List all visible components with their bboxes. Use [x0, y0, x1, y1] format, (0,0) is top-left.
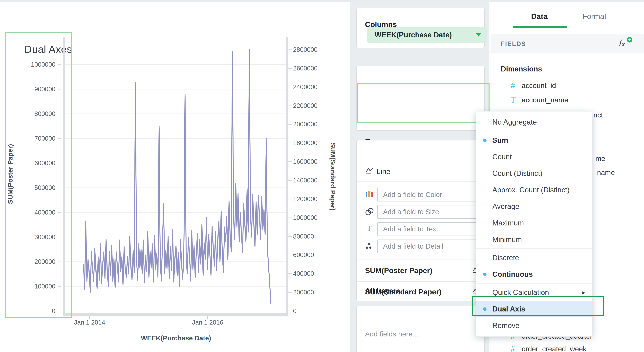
field-row-account_id[interactable]: #account_id	[491, 80, 644, 90]
x-axis-tick-label: Jan 1 2014	[74, 319, 105, 326]
fx-icon: fx	[618, 38, 624, 48]
right-axis-tick-label: 2600000	[293, 64, 318, 72]
selected-dot-icon	[483, 138, 486, 142]
tick-mark	[288, 218, 292, 218]
submenu-arrow-icon: ▶	[582, 290, 585, 295]
menu-item-label: Minimum	[492, 236, 522, 244]
tick-mark	[288, 180, 292, 181]
tick-mark	[89, 316, 90, 320]
tick-mark	[288, 50, 292, 50]
x-axis-tick-label: Jan 1 2016	[192, 319, 223, 326]
plus-icon: +	[627, 37, 632, 42]
drop-zone-size[interactable]: Add a field to Size	[378, 205, 483, 219]
window-top-strip	[0, 0, 644, 2]
field-name: account_name	[522, 96, 568, 104]
right-axis-tick-label: 1600000	[293, 158, 318, 166]
tab-data[interactable]: Data	[531, 12, 548, 21]
number-type-icon: #	[511, 81, 515, 90]
field-row-account_name[interactable]: Taccount_name	[491, 95, 644, 105]
shelf-panel: Columns WEEK(Purchase Date) Rows SUM(Pos…	[350, 0, 491, 352]
drop-zone-detail[interactable]: Add a field to Detail	[378, 240, 483, 253]
menu-item-label: Average	[492, 202, 519, 210]
right-axis-tick-label: 1800000	[293, 139, 318, 147]
detail-icon	[365, 242, 372, 250]
tick-mark	[288, 274, 292, 274]
right-axis-tick-label: 2200000	[293, 102, 318, 110]
menu-separator	[476, 131, 592, 131]
right-axis-tick-label: 1200000	[293, 195, 318, 203]
field-name: account_id	[522, 82, 556, 90]
columns-card: Columns WEEK(Purchase Date)	[356, 8, 484, 48]
right-axis-tick-label: 1000000	[293, 214, 318, 222]
measure-row-sum-standard-paper[interactable]: SUM(Standard Paper)	[365, 288, 442, 296]
occluded-field-fragment: name	[597, 168, 615, 177]
menu-item-label: Continuous	[492, 270, 533, 278]
drop-zone-placeholder: Add a field to Color	[383, 191, 442, 199]
color-icon	[365, 191, 373, 199]
left-axis-annotation-box	[5, 32, 72, 318]
occluded-field-fragment: nct	[594, 111, 603, 119]
menu-item-label: Maximum	[492, 219, 524, 227]
measure-row-sum-poster-paper[interactable]: SUM(Poster Paper)	[365, 266, 432, 275]
dimensions-header: Dimensions	[501, 65, 542, 73]
series-SUM(Standard Paper)	[84, 50, 271, 304]
field-row-order_created_week[interactable]: #order_created_week	[491, 344, 644, 352]
right-axis-tick-label: 1400000	[293, 176, 318, 184]
tick-mark	[208, 316, 208, 320]
menu-item-sum[interactable]: Sum	[476, 132, 592, 148]
rows-annotation-box	[357, 83, 490, 123]
number-type-icon: #	[511, 344, 515, 352]
drop-zone-placeholder: Add a field to Text	[383, 225, 438, 233]
mark-type-line[interactable]: Line	[376, 168, 390, 176]
drop-zone-color[interactable]: Add a field to Color	[378, 188, 483, 202]
selected-dot-icon	[483, 272, 486, 276]
tick-mark	[288, 236, 292, 237]
line-chart-icon	[365, 167, 374, 176]
menu-item-remove[interactable]: Remove	[476, 317, 592, 334]
menu-item-label: Sum	[492, 136, 508, 144]
menu-item-label: Discrete	[492, 254, 519, 262]
menu-item-discrete[interactable]: Discrete	[476, 250, 592, 266]
menu-separator	[476, 248, 592, 249]
tab-format[interactable]: Format	[582, 12, 606, 21]
tick-mark	[288, 143, 292, 143]
menu-item-label: No Aggregate	[492, 118, 537, 126]
all-layers-card: All Layers Line Add a field to ColorAdd …	[356, 140, 484, 301]
menu-item-no-aggregate[interactable]: No Aggregate	[476, 114, 592, 130]
menu-item-minimum[interactable]: Minimum	[476, 231, 592, 248]
active-tab-underline	[513, 26, 567, 28]
menu-item-count-distinct-[interactable]: Count (Distinct)	[476, 165, 592, 182]
drop-zone-text[interactable]: Add a field to Text	[378, 222, 483, 236]
filters-drop-zone[interactable]: Add fields here...	[365, 330, 418, 338]
menu-item-maximum[interactable]: Maximum	[476, 215, 592, 231]
right-axis-tick-label: 600000	[293, 251, 314, 259]
svg-text:T: T	[367, 225, 372, 232]
text-icon: T	[365, 225, 373, 233]
chart-canvas: Dual Axes SUM(Poster Paper) SUM(Standard…	[0, 0, 350, 352]
add-calculated-field-button[interactable]: fx +	[618, 38, 632, 50]
right-axis-tick-label: 2000000	[293, 120, 318, 128]
right-axis-title: SUM(Standard Paper)	[329, 142, 336, 210]
chevron-down-icon[interactable]	[476, 34, 481, 36]
right-axis-tick-label: 0	[293, 307, 296, 315]
right-axis-tick-label: 2800000	[293, 46, 318, 54]
menu-item-count[interactable]: Count	[476, 148, 592, 165]
menu-item-average[interactable]: Average	[476, 198, 592, 215]
size-icon	[365, 208, 374, 216]
menu-item-label: Count (Distinct)	[492, 169, 542, 178]
menu-item-continuous[interactable]: Continuous	[476, 266, 592, 282]
menu-item-approx-count-distinct-[interactable]: Approx. Count (Distinct)	[476, 182, 592, 198]
tick-mark	[288, 162, 292, 162]
x-axis-title: WEEK(Purchase Date)	[141, 334, 211, 342]
tick-mark	[288, 124, 292, 124]
drop-zone-placeholder: Add a field to Size	[383, 208, 439, 216]
occluded-field-fragment: me	[596, 154, 605, 162]
pill-week-purchase-date[interactable]: WEEK(Purchase Date)	[367, 27, 487, 43]
menu-item-label: Quick Calculation	[492, 288, 549, 296]
dual-axes-workbook: Dual Axes SUM(Poster Paper) SUM(Standard…	[0, 0, 644, 352]
tick-mark	[288, 255, 292, 255]
filters-card: Filters Add fields here...	[356, 306, 484, 352]
right-axis-tick-label: 800000	[293, 232, 314, 240]
fields-section-header: FIELDS fx +	[491, 34, 644, 54]
tick-mark	[288, 292, 292, 292]
